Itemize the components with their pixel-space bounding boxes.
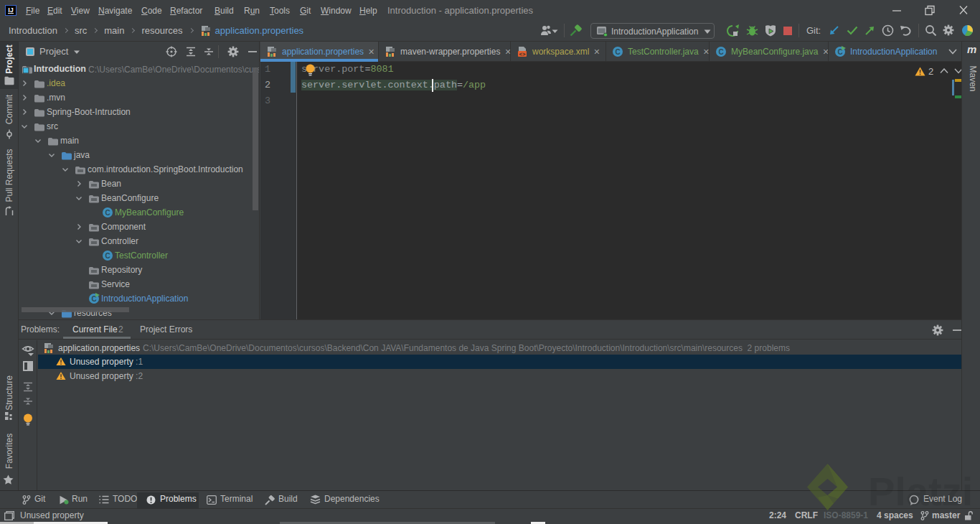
svg-text:Platzi: Platzi — [868, 469, 973, 514]
